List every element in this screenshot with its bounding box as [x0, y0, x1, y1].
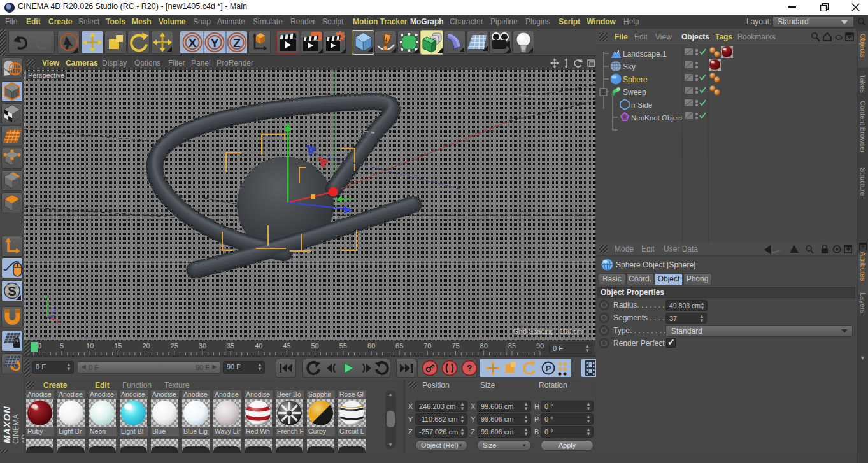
- svg-text:Y: Y: [211, 36, 219, 50]
- svg-text:Z: Z: [52, 308, 56, 315]
- svg-text:65: 65: [395, 342, 403, 350]
- svg-text:Z: Z: [233, 36, 241, 50]
- svg-text:55: 55: [339, 342, 347, 350]
- svg-text:20: 20: [142, 342, 150, 350]
- svg-text:90: 90: [536, 342, 544, 350]
- svg-text:60: 60: [367, 342, 375, 350]
- svg-text:P: P: [546, 364, 551, 373]
- svg-text:5: 5: [60, 342, 64, 350]
- svg-text:50: 50: [311, 342, 318, 350]
- svg-text:30: 30: [199, 342, 206, 350]
- svg-text:Y: Y: [44, 294, 48, 301]
- svg-text:X: X: [57, 318, 60, 325]
- svg-text:40: 40: [255, 342, 262, 350]
- svg-text:10: 10: [86, 342, 94, 350]
- svg-text:25: 25: [171, 342, 178, 350]
- svg-text:35: 35: [227, 342, 234, 350]
- svg-text:80: 80: [480, 342, 488, 350]
- svg-text:75: 75: [452, 342, 459, 350]
- svg-text:S: S: [8, 284, 16, 298]
- svg-text:X: X: [189, 36, 197, 50]
- svg-text:70: 70: [423, 342, 431, 350]
- svg-text:?: ?: [467, 363, 473, 373]
- svg-text:45: 45: [283, 342, 290, 350]
- svg-text:85: 85: [508, 342, 516, 350]
- svg-text:0: 0: [38, 342, 41, 350]
- svg-text:15: 15: [114, 342, 122, 350]
